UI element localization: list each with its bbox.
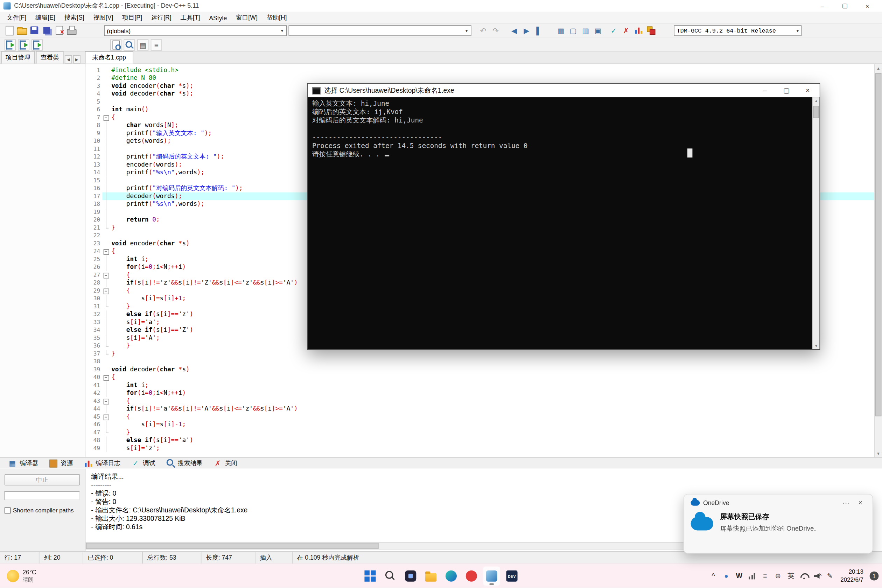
syntax-check-icon[interactable]: ✓ xyxy=(608,25,619,36)
code-line[interactable]: 37} xyxy=(86,350,874,358)
fold-marker[interactable] xyxy=(102,287,109,295)
globals-combobox[interactable]: (globals) ▼ xyxy=(104,25,286,36)
task-view-button[interactable] xyxy=(402,566,419,585)
code-line[interactable]: 41 int i; xyxy=(86,381,874,390)
fold-marker[interactable] xyxy=(102,271,109,279)
find-icon[interactable] xyxy=(124,39,135,50)
menu-tools[interactable]: 工具[T] xyxy=(176,14,205,22)
fold-marker[interactable] xyxy=(102,248,109,255)
tray-expand-icon[interactable]: ^ xyxy=(709,572,718,580)
volume-mute-icon[interactable] xyxy=(812,572,822,580)
menu-run[interactable]: 运行[R] xyxy=(147,14,176,22)
delete-profiling-icon[interactable] xyxy=(645,25,656,36)
weather-widget[interactable]: 26°C 晴朗 xyxy=(3,566,40,585)
fold-marker[interactable] xyxy=(102,374,109,381)
shorten-paths-checkbox[interactable] xyxy=(4,507,11,514)
fold-marker[interactable] xyxy=(102,397,109,405)
code-line[interactable]: 47 } xyxy=(86,429,874,437)
tab-scroll-right-button[interactable]: ▶ xyxy=(73,55,81,63)
notification-badge[interactable]: 1 xyxy=(870,572,879,580)
run-icon[interactable] xyxy=(18,39,29,50)
monitor-tray-icon[interactable] xyxy=(748,572,757,580)
ime-tray-icon[interactable]: 英 xyxy=(786,572,795,580)
console-minimize-button[interactable]: – xyxy=(754,84,776,97)
console-output[interactable]: 输入英文文本: hi,June编码后的英文文本: ij,Kvof对编码后的英文文… xyxy=(308,97,819,349)
fold-marker[interactable] xyxy=(102,413,109,421)
find-in-files-icon[interactable] xyxy=(110,39,122,50)
editor-tab[interactable]: 未命名1.cpp xyxy=(85,51,134,63)
tab-scroll-left-button[interactable]: ◀ xyxy=(65,55,72,63)
code-line[interactable]: 46 s[i]=s[i]-1; xyxy=(86,421,874,429)
network-tray-icon[interactable]: ⊕ xyxy=(774,572,783,580)
console-scrollbar-thumb[interactable] xyxy=(813,106,819,118)
compile-icon[interactable] xyxy=(4,39,16,50)
goto-back-icon[interactable]: ◀ xyxy=(508,25,520,36)
taskbar-clock[interactable]: 20:13 2022/6/7 xyxy=(840,568,864,584)
report-panel-icon[interactable]: ▢ xyxy=(568,25,579,36)
goto-line-icon[interactable]: ≡ xyxy=(151,39,162,50)
code-line[interactable]: 44 if(s[i]!='a'&&s[i]!='A'&&s[i]<='z'&&s… xyxy=(86,405,874,413)
menu-project[interactable]: 项目[P] xyxy=(118,14,147,22)
search-results-tab[interactable]: 搜索结果 xyxy=(160,458,207,469)
scroll-down-icon[interactable]: ▼ xyxy=(813,342,819,349)
resources-tab[interactable]: 资源 xyxy=(44,458,78,469)
maximize-button[interactable]: ▢ xyxy=(834,0,856,12)
shorten-paths-option[interactable]: Shorten compiler paths xyxy=(4,507,81,514)
log-scrollbar-thumb[interactable] xyxy=(86,543,379,549)
wifi-icon[interactable] xyxy=(800,572,808,580)
menu-file[interactable]: 文件[F] xyxy=(2,14,31,22)
close-button[interactable]: × xyxy=(856,0,879,12)
editor-scrollbar-thumb[interactable] xyxy=(875,73,882,416)
code-line[interactable]: 42 for(i=0;i<N;++i) xyxy=(86,389,874,397)
project-manager-tab[interactable]: 项目管理 xyxy=(1,51,34,63)
debug-tab[interactable]: ✓调试 xyxy=(125,458,160,469)
scroll-down-icon[interactable]: ▼ xyxy=(874,449,882,457)
code-line[interactable]: 49 s[i]='z'; xyxy=(86,444,874,453)
toast-more-button[interactable]: ··· xyxy=(838,499,854,507)
menu-astyle[interactable]: AStyle xyxy=(204,14,231,21)
profile-analysis-icon[interactable] xyxy=(633,25,644,36)
compiler-combobox[interactable]: TDM-GCC 4.9.2 64-bit Release ▼ xyxy=(674,25,801,36)
code-line[interactable]: 45 { xyxy=(86,413,874,421)
undo-icon[interactable]: ↶ xyxy=(477,25,489,36)
code-line[interactable]: 2#define N 80 xyxy=(86,74,874,82)
scroll-up-icon[interactable]: ▲ xyxy=(874,64,882,72)
console-maximize-button[interactable]: ▢ xyxy=(776,84,797,97)
console-close-button[interactable]: × xyxy=(797,84,818,97)
console-window[interactable]: 选择 C:\Users\huawei\Desktop\未命名1.exe –▢× … xyxy=(307,83,820,350)
media-app-button[interactable] xyxy=(463,566,480,585)
layout-panel-icon[interactable]: ▣ xyxy=(592,25,603,36)
wikipedia-tray-icon[interactable]: W xyxy=(735,572,744,580)
open-file-icon[interactable] xyxy=(16,25,28,36)
contact-tray-icon[interactable]: ● xyxy=(722,572,731,580)
start-button[interactable] xyxy=(362,566,378,585)
menu-window[interactable]: 窗口[W] xyxy=(231,14,262,22)
split-view-icon[interactable]: ▥ xyxy=(580,25,591,36)
code-line[interactable]: 48 else if(s[i]=='a') xyxy=(86,436,874,444)
bookmark-icon[interactable]: ▌ xyxy=(533,25,544,36)
menu-search[interactable]: 搜索[S] xyxy=(60,14,89,22)
goto-forward-icon[interactable]: ▶ xyxy=(521,25,532,36)
toast-close-button[interactable]: × xyxy=(854,499,867,507)
menu-view[interactable]: 视图[V] xyxy=(89,14,118,22)
abort-button[interactable]: 中止 xyxy=(4,474,80,486)
code-line[interactable]: 43 { xyxy=(86,397,874,405)
new-file-icon[interactable] xyxy=(4,25,15,36)
close-file-icon[interactable] xyxy=(54,25,65,36)
compile-log-tab[interactable]: 编译日志 xyxy=(78,458,125,469)
fold-marker[interactable] xyxy=(102,114,109,122)
search-button[interactable] xyxy=(382,566,399,585)
compile-run-icon[interactable] xyxy=(32,39,43,50)
print-icon[interactable] xyxy=(66,25,77,36)
console-titlebar[interactable]: 选择 C:\Users\huawei\Desktop\未命名1.exe –▢× xyxy=(308,84,819,97)
edge-button[interactable] xyxy=(443,566,459,585)
code-line[interactable]: 1#include <stdio.h> xyxy=(86,66,874,74)
minimize-button[interactable]: – xyxy=(811,0,833,12)
goto-function-icon[interactable]: ▤ xyxy=(137,39,148,50)
file-explorer-button[interactable] xyxy=(423,566,439,585)
menu-edit[interactable]: 编辑[E] xyxy=(31,14,60,22)
dev-editor-button[interactable]: DEV xyxy=(503,566,520,585)
mixer-tray-icon[interactable]: ≡ xyxy=(760,572,770,580)
console-scrollbar[interactable]: ▲ ▼ xyxy=(812,97,820,349)
scroll-up-icon[interactable]: ▲ xyxy=(813,97,819,105)
